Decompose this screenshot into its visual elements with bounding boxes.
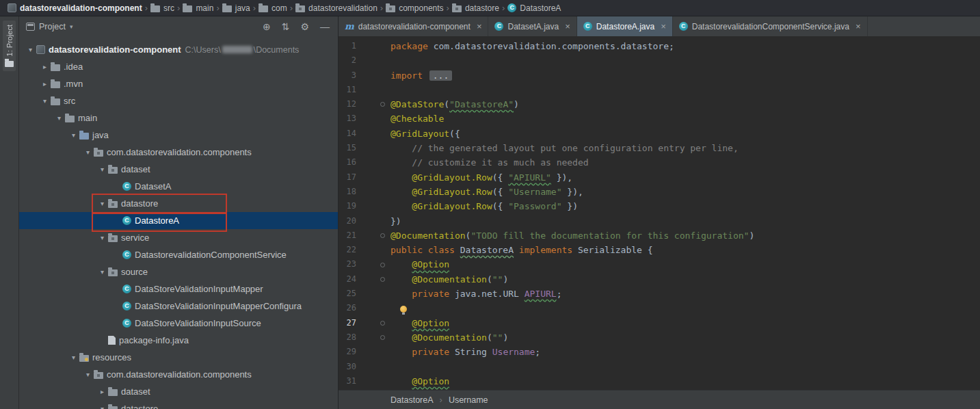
code-text[interactable]: @GridLayout({ xyxy=(390,127,460,141)
breadcrumb-item[interactable]: components xyxy=(384,3,445,13)
code-line[interactable]: 30 xyxy=(339,360,980,374)
close-tab-icon[interactable]: × xyxy=(661,21,666,31)
tree-item[interactable]: ▾datastore xyxy=(19,400,338,409)
expand-arrow-icon[interactable]: ▾ xyxy=(68,131,79,139)
line-number[interactable]: 12 xyxy=(339,97,356,111)
line-number[interactable]: 2 xyxy=(339,53,356,68)
editor-tab[interactable]: CDatasetA.java× xyxy=(488,16,577,36)
code-text[interactable]: @GridLayout.Row({ "Password" }) xyxy=(390,199,578,213)
locate-file-icon[interactable]: ⊕ xyxy=(263,22,271,31)
code-text[interactable]: import ... xyxy=(390,68,452,83)
code-line[interactable]: 20}) xyxy=(339,214,980,228)
fold-marker-icon[interactable] xyxy=(380,233,385,238)
breadcrumb-item[interactable]: src xyxy=(148,3,176,13)
code-line[interactable]: 2 xyxy=(339,53,980,68)
tree-item[interactable]: CDatasetA xyxy=(19,178,338,195)
hide-panel-icon[interactable]: — xyxy=(320,22,330,31)
tree-item[interactable]: ▸.idea xyxy=(19,58,338,75)
tree-item[interactable]: ▾source xyxy=(19,263,338,280)
code-line[interactable]: 13@Checkable xyxy=(339,111,980,126)
breadcrumb-item[interactable]: java xyxy=(220,3,252,13)
code-text[interactable]: package com.datastorevalidation.componen… xyxy=(390,39,674,53)
expand-arrow-icon[interactable]: ▾ xyxy=(39,97,51,105)
fold-marker-icon[interactable] xyxy=(380,335,385,340)
code-line[interactable]: 1package com.datastorevalidation.compone… xyxy=(339,39,980,53)
code-line[interactable]: 29 private String Username; xyxy=(339,345,980,359)
expand-arrow-icon[interactable]: ▾ xyxy=(68,354,79,361)
line-number[interactable]: 23 xyxy=(339,257,356,272)
code-text[interactable]: @Option xyxy=(390,316,449,330)
code-line[interactable]: 31 @Option xyxy=(339,374,980,388)
code-text[interactable]: @Option xyxy=(390,257,449,272)
code-text[interactable]: // the generated layout put one configur… xyxy=(390,141,739,155)
tree-item[interactable]: ▾service xyxy=(19,229,338,246)
breadcrumb-item[interactable]: CDatastoreA xyxy=(505,3,563,13)
code-text[interactable]: @Documentation("") xyxy=(390,272,508,287)
code-line[interactable]: 17 @GridLayout.Row({ "APIURL" }), xyxy=(339,170,980,185)
code-line[interactable]: 15 // the generated layout put one confi… xyxy=(339,141,980,155)
code-line[interactable]: 26 xyxy=(339,301,980,315)
code-text[interactable]: // customize it as much as needed xyxy=(390,155,589,170)
code-text[interactable]: public class DatastoreA implements Seria… xyxy=(390,243,653,257)
line-number[interactable]: 29 xyxy=(339,345,356,359)
code-text[interactable]: @Checkable xyxy=(390,111,444,126)
breadcrumb-item[interactable]: main xyxy=(181,3,215,13)
line-number[interactable]: 14 xyxy=(339,127,356,141)
breadcrumb-item[interactable]: datastorevalidation xyxy=(293,3,380,13)
expand-arrow-icon[interactable]: ▾ xyxy=(53,114,65,122)
editor-tab[interactable]: CDatastorevalidationComponentService.jav… xyxy=(673,16,868,36)
line-number[interactable]: 1 xyxy=(339,39,356,53)
editor-tab[interactable]: mdatastorevalidation-component× xyxy=(339,16,488,36)
tree-item[interactable]: ▾com.datastorevalidation.components xyxy=(19,144,338,161)
expand-arrow-icon[interactable]: ▾ xyxy=(96,166,108,173)
line-number[interactable]: 28 xyxy=(339,330,356,345)
expand-arrow-icon[interactable]: ▾ xyxy=(96,234,108,241)
expand-arrow-icon[interactable]: ▾ xyxy=(82,371,94,378)
code-line[interactable]: 12@DataStore("DatastoreA") xyxy=(339,97,980,111)
code-text[interactable]: @GridLayout.Row({ "Username" }), xyxy=(390,185,583,199)
line-number[interactable]: 27 xyxy=(339,316,356,330)
breadcrumb-item[interactable]: datastore xyxy=(450,3,501,13)
code-line[interactable]: 18 @GridLayout.Row({ "Username" }), xyxy=(339,185,980,199)
code-line[interactable]: 14@GridLayout({ xyxy=(339,127,980,141)
line-number[interactable]: 3 xyxy=(339,68,356,83)
project-panel-title[interactable]: Project xyxy=(39,22,66,31)
tree-item[interactable]: ▾dataset xyxy=(19,161,338,178)
editor-code[interactable]: 1package com.datastorevalidation.compone… xyxy=(339,37,980,390)
tree-item[interactable]: CDataStoreValidationInputMapper xyxy=(19,280,338,298)
code-line[interactable]: 11 xyxy=(339,83,980,97)
code-line[interactable]: 25 private java.net.URL APIURL; xyxy=(339,287,980,301)
code-text[interactable]: }) xyxy=(390,214,401,228)
expand-arrow-icon[interactable]: ▾ xyxy=(96,268,108,276)
project-stripe-tab[interactable]: 1: Project xyxy=(3,21,16,71)
line-number[interactable]: 31 xyxy=(339,374,356,388)
code-line[interactable]: 24 @Documentation("") xyxy=(339,272,980,287)
line-number[interactable]: 30 xyxy=(339,360,356,374)
tree-item[interactable]: ▾src xyxy=(19,92,338,109)
line-number[interactable]: 16 xyxy=(339,155,356,170)
tree-item[interactable]: package-info.java xyxy=(19,332,338,349)
code-line[interactable]: 3import ... xyxy=(339,68,980,83)
code-text[interactable]: private String Username; xyxy=(390,345,540,359)
tree-item[interactable]: ▾java xyxy=(19,127,338,144)
tree-item[interactable]: ▾resources xyxy=(19,349,338,366)
line-number[interactable]: 13 xyxy=(339,111,356,126)
code-line[interactable]: 21@Documentation("TODO fill the document… xyxy=(339,228,980,243)
fold-marker-icon[interactable] xyxy=(380,102,385,107)
tree-item[interactable]: CDataStoreValidationInputMapperConfigura xyxy=(19,298,338,315)
chevron-down-icon[interactable]: ▾ xyxy=(70,23,73,30)
fold-marker-icon[interactable] xyxy=(380,263,385,267)
code-text[interactable]: @Documentation("") xyxy=(390,330,508,345)
settings-gear-icon[interactable]: ⚙ xyxy=(300,22,309,31)
close-tab-icon[interactable]: × xyxy=(477,21,482,31)
fold-marker-icon[interactable] xyxy=(380,277,385,282)
breadcrumb-item[interactable]: datastorevalidation-component xyxy=(5,3,144,13)
code-text[interactable]: @DataStore("DatastoreA") xyxy=(390,97,519,111)
code-text[interactable]: @Option xyxy=(390,374,449,388)
line-number[interactable]: 17 xyxy=(339,170,356,185)
tree-item[interactable]: ▾datastorevalidation-componentC:\Users\\… xyxy=(19,41,338,58)
tree-item[interactable]: ▾datastore xyxy=(19,195,338,212)
line-number[interactable]: 25 xyxy=(339,287,356,301)
line-number[interactable]: 18 xyxy=(339,185,356,199)
fold-marker-icon[interactable] xyxy=(380,321,385,326)
